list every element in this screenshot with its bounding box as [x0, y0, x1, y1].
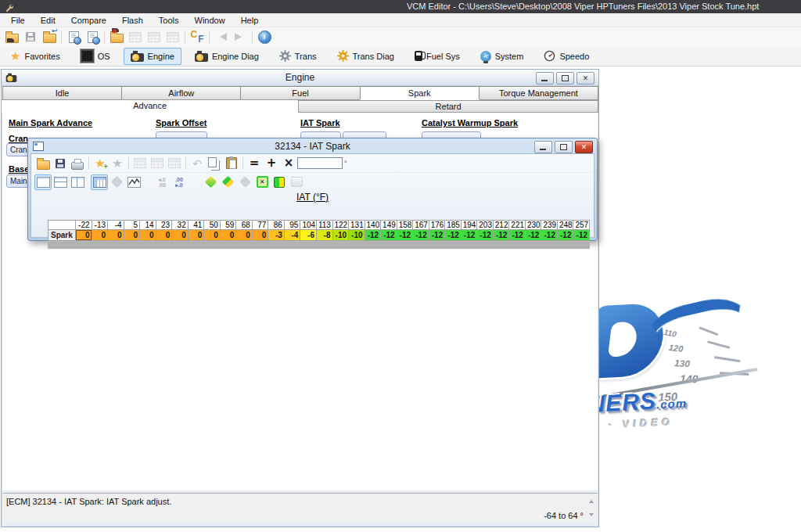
- tab-idle[interactable]: Idle: [2, 86, 122, 99]
- table-cell[interactable]: -12: [494, 230, 510, 241]
- open-compare-button[interactable]: [107, 29, 126, 45]
- decimal-decrease-button[interactable]: ◂.0.00: [153, 174, 171, 190]
- table-cell[interactable]: -12: [558, 230, 574, 241]
- color-scale-button[interactable]: [202, 174, 219, 190]
- column-header[interactable]: 86: [268, 220, 285, 230]
- trans-diag-button[interactable]: Trans Diag: [330, 47, 401, 65]
- menu-edit[interactable]: Edit: [33, 15, 63, 26]
- column-header[interactable]: 212: [494, 220, 510, 230]
- file-history-button[interactable]: [83, 29, 102, 45]
- table-cell[interactable]: -12: [397, 230, 414, 241]
- view-chart-button[interactable]: [125, 174, 142, 190]
- column-header[interactable]: 239: [541, 220, 558, 230]
- table-cell[interactable]: -4: [285, 230, 301, 241]
- column-header[interactable]: 23: [156, 220, 173, 230]
- column-header[interactable]: 158: [397, 220, 414, 230]
- nav-forward-button[interactable]: [231, 29, 250, 45]
- table-cell[interactable]: -12: [477, 230, 494, 241]
- table-cell[interactable]: 0: [124, 230, 141, 241]
- table-cell[interactable]: -3: [268, 230, 285, 241]
- close-file-button[interactable]: [40, 29, 59, 45]
- engine-window-title-bar[interactable]: Engine ✕: [2, 70, 598, 86]
- table-cell[interactable]: -8: [317, 230, 333, 241]
- minimize-button[interactable]: [536, 72, 554, 84]
- menu-window[interactable]: Window: [187, 15, 233, 26]
- table-cell[interactable]: -12: [445, 230, 462, 241]
- column-header[interactable]: 32: [172, 220, 189, 230]
- compare-button[interactable]: CF: [188, 29, 207, 45]
- open-button[interactable]: [34, 156, 52, 171]
- table-view-a-button[interactable]: [131, 156, 149, 171]
- nav-back-button[interactable]: [212, 29, 231, 45]
- column-header[interactable]: 194: [462, 220, 478, 230]
- fuel-sys-button[interactable]: Fuel Sys: [408, 48, 467, 64]
- menu-tools[interactable]: Tools: [151, 15, 187, 26]
- save-button[interactable]: [21, 29, 40, 45]
- column-header[interactable]: 230: [526, 220, 542, 230]
- table-cell[interactable]: -12: [526, 230, 542, 241]
- table-cell[interactable]: -12: [429, 230, 446, 241]
- table-cell[interactable]: 0: [92, 230, 109, 241]
- iat-window-title-bar[interactable]: 32134 - IAT Spark ✕: [28, 138, 597, 153]
- column-header[interactable]: 248: [558, 220, 574, 230]
- column-header[interactable]: 113: [317, 220, 333, 230]
- tab-retard[interactable]: Retard: [298, 100, 598, 113]
- decimal-increase-button[interactable]: .00▸.0: [171, 174, 188, 190]
- color-fill-button[interactable]: [271, 174, 288, 190]
- column-header[interactable]: 41: [189, 220, 205, 230]
- table-cell[interactable]: -12: [509, 230, 526, 241]
- table-cell[interactable]: -12: [541, 230, 558, 241]
- column-header[interactable]: 122: [333, 220, 350, 230]
- table-cell[interactable]: -12: [413, 230, 429, 241]
- column-header[interactable]: 131: [349, 220, 365, 230]
- maximize-button[interactable]: [555, 141, 573, 153]
- menu-compare[interactable]: Compare: [63, 15, 114, 26]
- column-header[interactable]: 59: [221, 220, 237, 230]
- column-header[interactable]: 203: [477, 220, 494, 230]
- table-compare-button[interactable]: [163, 29, 182, 45]
- column-header[interactable]: -4: [108, 220, 124, 230]
- close-button[interactable]: ✕: [577, 72, 594, 84]
- minimize-button[interactable]: [534, 141, 552, 153]
- table-cell[interactable]: 0: [156, 230, 173, 241]
- engine-button[interactable]: Engine: [124, 48, 181, 65]
- color-flat-button[interactable]: [236, 174, 253, 190]
- table-cell[interactable]: -12: [365, 230, 382, 241]
- table-cell[interactable]: -12: [462, 230, 478, 241]
- tab-fuel[interactable]: Fuel: [240, 86, 360, 99]
- table-cell[interactable]: -12: [381, 230, 397, 241]
- tab-spark[interactable]: Spark: [360, 86, 480, 99]
- tab-airflow[interactable]: Airflow: [121, 86, 241, 99]
- table-open-button[interactable]: [145, 29, 163, 45]
- table-cell[interactable]: 0: [236, 230, 253, 241]
- color-none-button[interactable]: [288, 174, 305, 190]
- column-header[interactable]: 149: [381, 220, 397, 230]
- column-header[interactable]: -13: [92, 220, 109, 230]
- table-view-b-button[interactable]: [149, 156, 166, 171]
- save-button[interactable]: [52, 156, 69, 171]
- column-header[interactable]: 14: [140, 220, 156, 230]
- column-header[interactable]: 95: [285, 220, 301, 230]
- print-button[interactable]: [69, 156, 86, 171]
- table-cell[interactable]: 0: [140, 230, 156, 241]
- color-x-button[interactable]: [253, 174, 271, 190]
- color-half-button[interactable]: [219, 174, 236, 190]
- add-value-button[interactable]: +: [263, 156, 280, 171]
- tab-advance[interactable]: Advance: [2, 100, 298, 113]
- status-scrollbar[interactable]: [587, 495, 596, 521]
- table-cell[interactable]: 0: [221, 230, 237, 241]
- scroll-up-icon[interactable]: [589, 498, 594, 503]
- os-button[interactable]: OS: [74, 46, 117, 66]
- speedo-button[interactable]: Speedo: [537, 47, 596, 65]
- column-header[interactable]: -22: [76, 220, 92, 230]
- column-header[interactable]: 50: [204, 220, 221, 230]
- file-info-button[interactable]: [64, 29, 83, 45]
- value-input[interactable]: [297, 157, 343, 169]
- column-header[interactable]: 5: [124, 220, 141, 230]
- add-favorite-button[interactable]: ★: [92, 156, 109, 171]
- open-file-button[interactable]: [2, 29, 21, 45]
- view-split-vertical-button[interactable]: [69, 174, 86, 190]
- column-header[interactable]: 176: [429, 220, 446, 230]
- column-header[interactable]: 77: [253, 220, 269, 230]
- tab-torque-management[interactable]: Torque Management: [479, 86, 598, 99]
